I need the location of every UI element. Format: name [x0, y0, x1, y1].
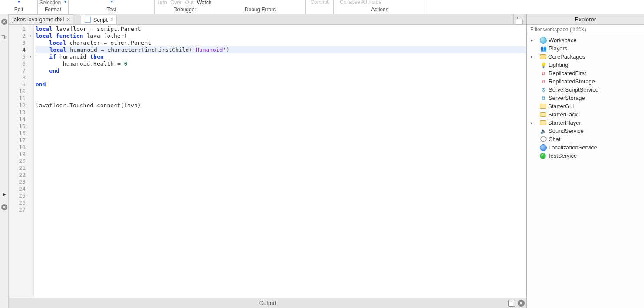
explorer-node-replicatedfirst[interactable]: ⧉ReplicatedFirst — [527, 69, 644, 77]
format-selection-label[interactable]: Selection — [39, 0, 61, 5]
code-line[interactable] — [36, 151, 526, 158]
code-editor[interactable]: 1234567891011121314151617181920212223242… — [9, 25, 526, 298]
explorer-tree[interactable]: ▸Workspace👥Players▸CorePackages💡Lighting… — [527, 34, 644, 308]
code-line[interactable]: end — [36, 67, 526, 74]
line-number: 21 — [9, 165, 32, 172]
code-line[interactable] — [36, 116, 526, 123]
tab-popout-button[interactable] — [513, 14, 526, 24]
explorer-node-label: ReplicatedFirst — [549, 70, 586, 76]
code-line[interactable]: local function lava (other) — [36, 33, 526, 40]
explorer-node-label: TestService — [548, 152, 577, 159]
code-line[interactable]: local humanoid = character:FindFirstChil… — [36, 46, 526, 53]
debugger-step-into[interactable]: Into — [158, 0, 167, 5]
close-panel-icon[interactable]: ✕ — [1, 204, 7, 210]
explorer-node-starterplayer[interactable]: ▸StarterPlayer — [527, 119, 644, 127]
code-line[interactable]: if humanoid then — [36, 53, 526, 60]
explorer-node-label: Lighting — [549, 62, 568, 68]
explorer-node-soundservice[interactable]: 🔈SoundService — [527, 127, 644, 135]
code-line[interactable] — [36, 192, 526, 199]
ribbon-commit-button[interactable]: Commit — [306, 0, 333, 14]
ribbon-group-test[interactable]: ▾ Test — [69, 0, 154, 14]
tab-close-icon[interactable]: × — [67, 17, 70, 22]
dropdown-arrow-icon[interactable]: ▾ — [111, 0, 113, 4]
output-panel-header[interactable]: Output ✕ — [9, 298, 526, 308]
dropdown-arrow-icon[interactable]: ▾ — [64, 0, 66, 4]
startergui-icon — [540, 104, 546, 109]
line-number: 17 — [9, 137, 32, 144]
tab-close-icon[interactable]: × — [110, 17, 114, 22]
dropdown-arrow-icon[interactable]: ▾ — [18, 0, 20, 4]
code-line[interactable] — [36, 109, 526, 116]
code-line[interactable] — [36, 185, 526, 192]
debugger-step-out[interactable]: Out — [185, 0, 194, 5]
explorer-node-players[interactable]: 👥Players — [527, 44, 644, 53]
explorer-node-startergui[interactable]: StarterGui — [527, 102, 644, 110]
explorer-node-replicatedstorage[interactable]: ⧉ReplicatedStorage — [527, 77, 644, 86]
explorer-filter[interactable] — [527, 25, 644, 34]
code-line[interactable] — [36, 165, 526, 172]
explorer-node-label: Chat — [549, 136, 560, 142]
code-line[interactable] — [36, 123, 526, 130]
code-line[interactable] — [36, 179, 526, 185]
serverscriptservice-icon: ⚙ — [540, 86, 547, 93]
line-number: 1 — [9, 26, 32, 33]
expand-arrow-icon[interactable]: ▶ — [3, 192, 6, 197]
explorer-node-serverscriptservice[interactable]: ⚙ServerScriptService — [527, 86, 644, 94]
code-line[interactable] — [36, 95, 526, 102]
explorer-node-workspace[interactable]: ▸Workspace — [527, 36, 644, 44]
chat-icon: 💬 — [540, 136, 547, 143]
debugger-step-over[interactable]: Over — [171, 0, 182, 5]
ribbon-group-debug-errors[interactable]: Debug Errors — [215, 0, 305, 14]
collapse-all-folds-button[interactable]: Collapse All Folds — [340, 0, 377, 5]
line-number: 3 — [9, 40, 32, 46]
line-number: 9 — [9, 81, 32, 88]
code-line[interactable] — [36, 199, 526, 206]
ribbon-group-edit[interactable]: ▾ Edit — [0, 0, 37, 14]
code-line[interactable] — [36, 88, 526, 95]
explorer-node-chat[interactable]: 💬Chat — [527, 135, 644, 143]
explorer-filter-input[interactable] — [527, 25, 644, 34]
tree-expand-arrow-icon[interactable]: ▸ — [529, 120, 534, 125]
code-line[interactable] — [36, 130, 526, 137]
line-number: 23 — [9, 179, 32, 185]
explorer-node-corepackages[interactable]: ▸CorePackages — [527, 53, 644, 61]
code-area[interactable]: local lavafloor = script.Parentlocal fun… — [34, 25, 526, 298]
code-line[interactable] — [36, 137, 526, 144]
code-line[interactable]: humanoid.Health = 0 — [36, 60, 526, 67]
explorer-panel-title: Explorer — [527, 14, 644, 25]
tree-expand-arrow-icon[interactable]: ▸ — [529, 54, 534, 59]
explorer-node-label: SoundService — [549, 128, 584, 134]
code-line[interactable]: lavafloor.Touched:connect(lava) — [36, 102, 526, 109]
code-line[interactable] — [36, 74, 526, 81]
tree-expand-arrow-icon[interactable]: ▸ — [529, 38, 534, 43]
code-line[interactable]: local character = other.Parent — [36, 40, 526, 46]
code-line[interactable]: end — [36, 81, 526, 88]
explorer-node-label: Players — [549, 45, 567, 52]
explorer-node-testservice[interactable]: TestService — [527, 152, 644, 160]
output-close-button[interactable]: ✕ — [518, 300, 525, 307]
explorer-node-localizationservice[interactable]: LocalizationService — [527, 143, 644, 152]
code-line[interactable] — [36, 158, 526, 165]
line-number: 25 — [9, 192, 32, 199]
close-panel-icon[interactable]: ✕ — [1, 19, 7, 25]
code-line[interactable]: local lavafloor = script.Parent — [36, 26, 526, 33]
line-number: 18 — [9, 144, 32, 151]
line-number: 26 — [9, 199, 32, 206]
line-number: 6 — [9, 60, 32, 67]
replicatedfirst-icon: ⧉ — [540, 70, 547, 77]
explorer-node-label: Workspace — [549, 37, 577, 43]
localizationservice-icon — [540, 144, 547, 151]
code-line[interactable] — [36, 172, 526, 179]
explorer-node-serverstorage[interactable]: ⧉ServerStorage — [527, 94, 644, 102]
explorer-node-label: ReplicatedStorage — [549, 78, 595, 85]
tab-script[interactable]: Script × — [81, 15, 117, 24]
explorer-node-lighting[interactable]: 💡Lighting — [527, 61, 644, 69]
tab-file[interactable]: jakes lava game.rbxl × — [9, 14, 73, 24]
ribbon-group-format[interactable]: Selection▾ Format — [38, 0, 68, 14]
code-line[interactable] — [36, 144, 526, 151]
explorer-node-starterpack[interactable]: StarterPack — [527, 110, 644, 119]
debugger-watch[interactable]: Watch — [197, 0, 212, 5]
line-number: 8 — [9, 74, 32, 81]
code-line[interactable] — [36, 206, 526, 213]
output-popout-button[interactable] — [508, 300, 515, 307]
